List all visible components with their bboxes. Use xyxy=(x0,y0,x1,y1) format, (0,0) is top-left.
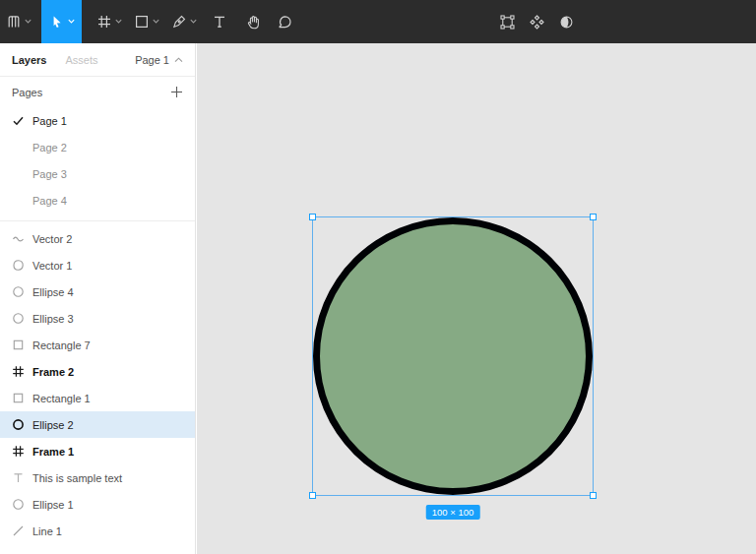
divider xyxy=(0,220,195,221)
main-menu-button[interactable] xyxy=(2,0,35,43)
chevron-down-icon xyxy=(25,19,32,25)
page-item[interactable]: Page 4 xyxy=(0,187,195,214)
ellipse-icon xyxy=(12,312,32,325)
size-badge: 100 × 100 xyxy=(426,505,480,520)
pen-tool-button[interactable] xyxy=(169,0,199,43)
pen-icon xyxy=(171,14,187,30)
layer-row[interactable]: Line 1 xyxy=(0,518,195,544)
layer-label: This is sample text xyxy=(32,472,122,484)
figma-menu-icon xyxy=(6,14,22,30)
layer-label: Vector 2 xyxy=(32,233,72,245)
page-item-label: Page 1 xyxy=(32,115,67,127)
canvas[interactable]: 100 × 100 xyxy=(197,43,756,554)
layer-row[interactable]: This is sample text xyxy=(0,464,195,491)
text-tool-button[interactable] xyxy=(209,0,230,43)
selection-bounding-box[interactable] xyxy=(312,216,594,496)
layer-label: Ellipse 1 xyxy=(32,499,74,511)
resize-handle-top-right[interactable] xyxy=(590,214,597,220)
layer-label: Vector 1 xyxy=(32,260,72,272)
page-selector-dropdown[interactable]: Page 1 xyxy=(135,54,183,66)
layer-label: Line 1 xyxy=(32,525,62,537)
comment-tool-button[interactable] xyxy=(274,0,295,43)
mask-icon xyxy=(558,14,575,31)
text-icon xyxy=(12,471,32,484)
layers-panel: Layers Assets Page 1 Pages Page 1 xyxy=(0,43,196,554)
layer-label: Rectangle 1 xyxy=(32,393,91,404)
chevron-down-icon xyxy=(115,19,122,25)
cursor-icon xyxy=(49,14,65,30)
layer-row[interactable]: Vector 2 xyxy=(0,225,195,252)
layer-label: Ellipse 2 xyxy=(32,419,74,431)
layer-row[interactable]: Ellipse 1 xyxy=(0,491,195,518)
ellipse-icon xyxy=(12,498,32,511)
selected-ellipse-shape[interactable] xyxy=(313,217,593,495)
chevron-down-icon xyxy=(153,19,159,25)
layer-row[interactable]: Vector 1 xyxy=(0,252,195,278)
add-page-button[interactable] xyxy=(170,86,183,98)
page-item[interactable]: Page 1 xyxy=(0,107,195,134)
rectangle-icon xyxy=(134,14,150,30)
layer-row-selected[interactable]: Ellipse 2 xyxy=(0,411,195,438)
resize-handle-top-left[interactable] xyxy=(309,214,316,220)
edit-object-icon xyxy=(499,14,516,31)
tab-assets[interactable]: Assets xyxy=(65,54,97,66)
pages-list: Page 1 Page 2 Page 3 Page 4 xyxy=(0,107,195,214)
layer-row[interactable]: Rectangle 1 xyxy=(0,385,195,411)
rectangle-icon xyxy=(12,392,32,404)
ellipse-icon xyxy=(12,285,32,298)
check-icon xyxy=(13,116,32,126)
tab-layers[interactable]: Layers xyxy=(12,54,46,66)
resize-handle-bottom-left[interactable] xyxy=(309,492,316,499)
chevron-up-icon xyxy=(174,57,183,63)
chevron-down-icon xyxy=(190,19,197,25)
layer-row[interactable]: Rectangle 7 xyxy=(0,332,195,358)
edit-object-button[interactable] xyxy=(494,0,520,43)
resize-handle-bottom-right[interactable] xyxy=(590,492,597,499)
hand-icon xyxy=(245,14,262,31)
layers-list: Vector 2 Vector 1 Ellipse 4 xyxy=(0,225,195,544)
vector-shape-icon xyxy=(12,259,32,272)
ellipse-icon xyxy=(12,418,32,431)
frame-icon xyxy=(12,365,32,378)
create-component-button[interactable] xyxy=(524,0,549,43)
frame-icon xyxy=(96,14,112,30)
pages-header-label: Pages xyxy=(12,87,42,98)
layer-row[interactable]: Ellipse 4 xyxy=(0,278,195,305)
page-item-label: Page 4 xyxy=(32,195,67,207)
comment-icon xyxy=(277,14,293,31)
shape-tool-button[interactable] xyxy=(132,0,161,43)
page-item[interactable]: Page 3 xyxy=(0,160,195,187)
move-tool-button[interactable] xyxy=(41,0,82,43)
frame-tool-button[interactable] xyxy=(94,0,124,43)
pages-section-header: Pages xyxy=(0,77,195,107)
layer-label: Ellipse 3 xyxy=(32,313,74,325)
line-icon xyxy=(12,524,32,537)
page-item[interactable]: Page 2 xyxy=(0,134,195,160)
layer-row[interactable]: Frame 1 xyxy=(0,438,195,464)
frame-icon xyxy=(12,445,32,458)
rectangle-icon xyxy=(12,339,32,351)
mask-button[interactable] xyxy=(553,0,579,43)
panel-header: Layers Assets Page 1 xyxy=(0,43,195,77)
top-toolbar xyxy=(0,0,756,43)
page-selector-label: Page 1 xyxy=(135,54,169,66)
layer-label: Frame 2 xyxy=(32,366,74,378)
vector-squiggle-icon xyxy=(12,232,32,245)
chevron-down-icon xyxy=(68,19,75,25)
hand-tool-button[interactable] xyxy=(242,0,264,43)
layer-label: Rectangle 7 xyxy=(32,339,91,351)
toolbar-right-group xyxy=(494,0,579,43)
plus-icon xyxy=(170,86,183,98)
layer-label: Frame 1 xyxy=(32,446,74,458)
component-icon xyxy=(529,14,545,31)
text-icon xyxy=(212,14,227,30)
page-item-label: Page 2 xyxy=(32,142,67,154)
page-item-label: Page 3 xyxy=(32,168,67,180)
layer-row[interactable]: Ellipse 3 xyxy=(0,305,195,332)
layer-row[interactable]: Frame 2 xyxy=(0,358,195,385)
layer-label: Ellipse 4 xyxy=(32,286,74,298)
